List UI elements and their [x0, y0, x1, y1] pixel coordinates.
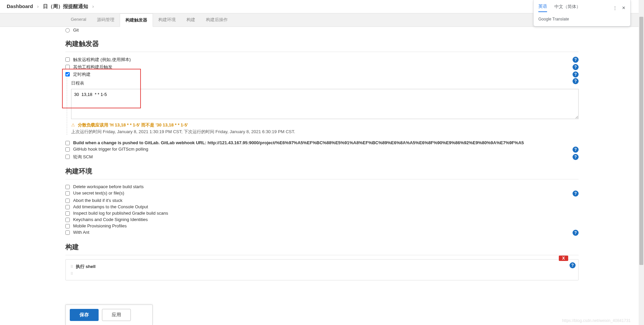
env-timestamp-checkbox[interactable]	[65, 205, 70, 209]
google-translate-panel: 英语 中文（简体） ⋮ ✕ Google Translate	[533, 0, 631, 26]
scm-git-row: Git	[65, 27, 579, 33]
help-icon[interactable]: ?	[573, 78, 579, 84]
trigger-timed-row: 定时构建 ?	[65, 71, 579, 78]
env-secret-row: Use secret text(s) or file(s)?	[65, 190, 579, 197]
help-icon[interactable]: ?	[573, 71, 579, 77]
trigger-poll-row: 轮询 SCM ?	[65, 153, 579, 161]
env-delete-label: Delete workspace before build starts	[73, 184, 579, 189]
content-pane: Git 构建触发器 触发远程构建 (例如,使用脚本) ? 其他工程构建后触发 ?…	[0, 27, 644, 315]
breadcrumb-project[interactable]: 日（周）报提醒通知	[43, 3, 88, 9]
trigger-gitscm-checkbox[interactable]	[65, 147, 70, 152]
translate-brand: Google Translate	[538, 17, 626, 21]
section-env-title: 构建环境	[65, 167, 579, 176]
env-abort-label: Abort the build if it's stuck	[73, 198, 579, 203]
env-keychain-row: Keychains and Code Signing Identities	[65, 216, 579, 223]
trigger-gitlab-row: Build when a change is pushed to GitLab.…	[65, 140, 579, 146]
translate-tab-en[interactable]: 英语	[538, 3, 547, 12]
divider	[65, 52, 579, 52]
env-keychain-checkbox[interactable]	[65, 218, 70, 222]
delete-step-button[interactable]: X	[559, 256, 568, 261]
tab-scm[interactable]: 源码管理	[92, 13, 120, 26]
footer-actions: 保存 应用	[65, 305, 153, 325]
tab-general[interactable]: General	[65, 13, 92, 26]
trigger-remote-checkbox[interactable]	[65, 57, 70, 62]
help-icon[interactable]: ?	[573, 230, 579, 236]
section-build-title: 构建	[65, 242, 579, 252]
env-ant-label: With Ant	[73, 230, 570, 235]
schedule-runtime-text: 上次运行的时间 Friday, January 8, 2021 1:30:19 …	[71, 129, 579, 135]
env-delete-checkbox[interactable]	[65, 185, 70, 189]
close-icon[interactable]: ✕	[622, 5, 626, 10]
warning-icon: ⚠	[71, 122, 75, 127]
trigger-gitscm-label: GitHub hook trigger for GITScm polling	[73, 147, 570, 152]
scm-git-label: Git	[73, 28, 579, 33]
trigger-remote-row: 触发远程构建 (例如,使用脚本) ?	[65, 56, 579, 63]
env-delete-row: Delete workspace before build starts	[65, 183, 579, 190]
env-keychain-label: Keychains and Code Signing Identities	[73, 217, 579, 222]
env-abort-row: Abort the build if it's stuck	[65, 197, 579, 204]
trigger-gitlab-checkbox[interactable]	[65, 141, 70, 145]
schedule-label: 日程表	[71, 80, 570, 86]
trigger-timed-label: 定时构建	[73, 71, 570, 77]
help-icon[interactable]: ?	[570, 262, 576, 268]
chevron-right-icon: ›	[92, 3, 94, 9]
drag-handle-icon[interactable]: ⠿	[70, 265, 72, 269]
trigger-poll-label: 轮询 SCM	[73, 154, 570, 160]
env-gradle-checkbox[interactable]	[65, 211, 70, 216]
env-timestamp-label: Add timestamps to the Console Output	[73, 204, 579, 209]
env-mobile-checkbox[interactable]	[65, 224, 70, 228]
translate-tab-zh[interactable]: 中文（简体）	[554, 4, 581, 12]
env-gradle-label: Inspect build log for published Gradle b…	[73, 211, 579, 216]
apply-button[interactable]: 应用	[102, 309, 131, 321]
tab-triggers[interactable]: 构建触发器	[120, 13, 153, 27]
trigger-poll-checkbox[interactable]	[65, 155, 70, 159]
trigger-after-checkbox[interactable]	[65, 65, 70, 69]
trigger-remote-label: 触发远程构建 (例如,使用脚本)	[73, 57, 570, 63]
env-abort-checkbox[interactable]	[65, 199, 70, 203]
help-icon[interactable]: ?	[573, 154, 579, 160]
schedule-warning: ⚠ 分散负载应该用 'H 13,18 * * 1-5' 而不是 '30 13,1…	[71, 122, 579, 128]
env-mobile-row: Mobile Provisioning Profiles	[65, 223, 579, 229]
env-mobile-label: Mobile Provisioning Profiles	[73, 223, 579, 228]
vertical-scrollbar[interactable]	[639, 0, 644, 325]
more-icon[interactable]: ⋮	[613, 5, 617, 10]
divider	[65, 255, 579, 255]
trigger-gitscm-row: GitHub hook trigger for GITScm polling ?	[65, 146, 579, 153]
help-icon[interactable]: ?	[573, 57, 579, 63]
save-button[interactable]: 保存	[70, 309, 99, 321]
help-icon[interactable]: ?	[573, 191, 579, 197]
env-gradle-row: Inspect build log for published Gradle b…	[65, 210, 579, 216]
env-ant-row: With Ant?	[65, 229, 579, 236]
env-ant-checkbox[interactable]	[65, 230, 70, 235]
tab-post[interactable]: 构建后操作	[201, 13, 233, 26]
tab-env[interactable]: 构建环境	[153, 13, 181, 26]
env-timestamp-row: Add timestamps to the Console Output	[65, 204, 579, 210]
build-step-title: 执行 shell	[76, 264, 96, 269]
build-step-subhandle: ⠿	[70, 272, 574, 276]
watermark: https://blog.csdn.net/weixin_40841731	[562, 318, 631, 323]
trigger-after-label: 其他工程构建后触发	[73, 64, 570, 70]
build-step-shell: X ? ⠿ 执行 shell ⠿	[65, 259, 579, 280]
env-secret-checkbox[interactable]	[65, 191, 70, 196]
trigger-timed-checkbox[interactable]	[65, 72, 70, 76]
help-icon[interactable]: ?	[573, 147, 579, 153]
trigger-after-row: 其他工程构建后触发 ?	[65, 63, 579, 71]
schedule-warning-text: 分散负载应该用 'H 13,18 * * 1-5' 而不是 '30 13,18 …	[78, 122, 188, 127]
divider	[65, 179, 579, 179]
breadcrumb-dashboard[interactable]: Dashboard	[7, 3, 33, 9]
section-triggers-title: 构建触发器	[65, 39, 579, 48]
help-icon[interactable]: ?	[573, 64, 579, 70]
chevron-right-icon: ›	[37, 3, 39, 9]
scrollbar-thumb[interactable]	[639, 17, 643, 265]
scm-git-radio[interactable]	[65, 28, 70, 33]
schedule-textarea[interactable]	[71, 89, 579, 119]
tab-build[interactable]: 构建	[181, 13, 201, 26]
trigger-gitlab-label: Build when a change is pushed to GitLab.…	[73, 140, 579, 145]
env-secret-label: Use secret text(s) or file(s)	[73, 191, 570, 196]
